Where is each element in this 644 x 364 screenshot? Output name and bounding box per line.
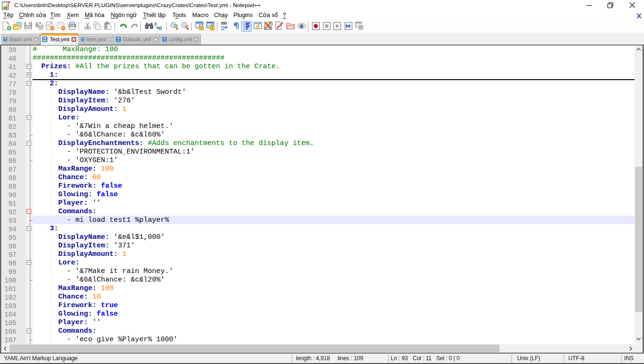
svg-text:a: a xyxy=(159,24,162,31)
svg-text:b: b xyxy=(154,21,157,27)
svg-text:uc: uc xyxy=(359,27,362,29)
